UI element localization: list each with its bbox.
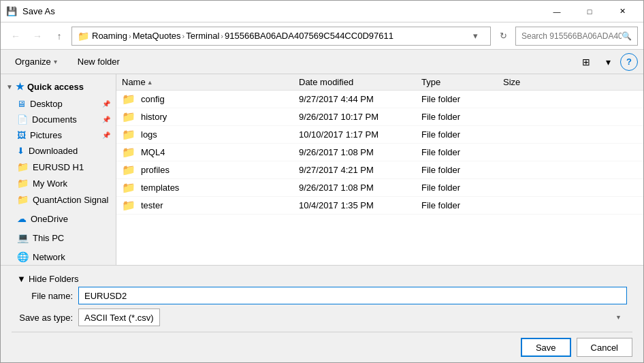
title-bar: 💾 Save As — □ ✕ (1, 1, 643, 22)
table-row[interactable]: 📁 tester 10/4/2017 1:35 PM File folder (116, 197, 643, 215)
col-header-size[interactable]: Size (503, 77, 558, 87)
close-button[interactable]: ✕ (607, 1, 638, 22)
file-name: tester (141, 200, 163, 210)
organize-button[interactable]: Organize ▾ (6, 52, 66, 72)
table-row[interactable]: 📁 MQL4 9/26/2017 1:08 PM File folder (116, 144, 643, 161)
sidebar-item-network[interactable]: 🌐 Network (1, 249, 116, 265)
sidebar-item-network-label: Network (33, 252, 65, 262)
sidebar-item-desktop[interactable]: 🖥 Desktop 📌 (1, 96, 116, 112)
table-row[interactable]: 📁 profiles 9/27/2017 4:21 PM File folder (116, 161, 643, 179)
back-button[interactable]: ← (6, 27, 25, 46)
folder-icon: 📁 (122, 163, 135, 176)
sidebar-item-thispc-label: This PC (33, 233, 64, 243)
sidebar-item-pictures-label: Pictures (30, 130, 62, 140)
maximize-button[interactable]: □ (574, 1, 605, 22)
view-icon: ⊞ (582, 57, 590, 67)
sidebar-item-documents[interactable]: 📄 Documents 📌 (1, 112, 116, 127)
file-list-header: Name ▲ Date modified Type Size (116, 74, 643, 91)
bottom-actions: Save Cancel (12, 332, 632, 357)
view-button[interactable]: ⊞ (577, 52, 596, 72)
path-roaming: Roaming (92, 31, 127, 41)
sidebar-item-quantaction[interactable]: 📁 QuantAction Signal (1, 191, 116, 208)
col-header-type[interactable]: Type (421, 77, 503, 87)
file-name-input[interactable] (78, 287, 627, 304)
path-folder-icon: 📁 (78, 31, 89, 42)
onedrive-icon: ☁ (17, 213, 27, 224)
organize-label: Organize (15, 57, 51, 67)
path-terminal: Terminal (186, 31, 219, 41)
sidebar: ▼ ★ Quick access 🖥 Desktop 📌 📄 Documents… (1, 74, 116, 265)
save-type-label: Save as type: (12, 313, 73, 323)
sidebar-item-documents-label: Documents (32, 114, 77, 125)
desktop-icon: 🖥 (17, 99, 26, 109)
sidebar-item-pictures[interactable]: 🖼 Pictures 📌 (1, 127, 116, 143)
table-row[interactable]: 📁 templates 9/26/2017 1:08 PM File folde… (116, 179, 643, 197)
quick-access-header[interactable]: ▼ ★ Quick access (1, 77, 116, 96)
path-current: 915566BA06ADA407569C544CC0D97611 (225, 31, 393, 41)
save-button[interactable]: Save (521, 338, 571, 357)
new-folder-label: New folder (78, 57, 120, 67)
help-button[interactable]: ? (620, 53, 638, 71)
table-row[interactable]: 📁 logs 10/10/2017 1:17 PM File folder (116, 126, 643, 144)
mywork-folder-icon: 📁 (17, 178, 29, 189)
file-name: config (141, 94, 165, 104)
sort-arrow: ▲ (147, 79, 153, 86)
table-row[interactable]: 📁 config 9/27/2017 4:44 PM File folder (116, 91, 643, 108)
hide-folders-label: Hide Folders (29, 274, 79, 284)
file-type: File folder (421, 183, 503, 193)
path-sep-3: › (221, 32, 223, 40)
file-name: templates (141, 183, 179, 193)
sidebar-item-eurusd-label: EURUSD H1 (33, 162, 84, 172)
file-date: 9/26/2017 1:08 PM (299, 183, 421, 193)
new-folder-button[interactable]: New folder (69, 52, 129, 72)
forward-button[interactable]: → (28, 27, 47, 46)
folder-icon: 📁 (122, 199, 135, 212)
path-sep-2: › (182, 32, 185, 40)
main-content: ▼ ★ Quick access 🖥 Desktop 📌 📄 Documents… (1, 74, 643, 265)
file-name-label: File name: (12, 291, 73, 301)
file-date: 9/26/2017 10:17 PM (299, 112, 421, 122)
sidebar-item-desktop-label: Desktop (30, 99, 63, 109)
address-dropdown-button[interactable]: ▾ (466, 27, 485, 46)
view-dropdown-button[interactable]: ▾ (598, 52, 617, 72)
organize-dropdown-arrow: ▾ (54, 58, 57, 65)
sidebar-item-thispc[interactable]: 💻 This PC (1, 230, 116, 246)
search-box[interactable]: 🔍 (515, 27, 638, 46)
file-list: Name ▲ Date modified Type Size 📁 config … (116, 74, 643, 265)
hide-folders-arrow: ▼ (17, 274, 26, 284)
col-header-name[interactable]: Name ▲ (122, 77, 299, 87)
file-name: logs (141, 129, 157, 140)
file-date: 9/27/2017 4:44 PM (299, 94, 421, 104)
network-icon: 🌐 (17, 251, 29, 262)
up-button[interactable]: ↑ (50, 27, 69, 46)
quick-access-chevron: ▼ (6, 83, 13, 91)
documents-icon: 📄 (17, 114, 28, 125)
file-name: history (141, 112, 167, 122)
file-type: File folder (421, 147, 503, 157)
minimize-button[interactable]: — (541, 1, 573, 22)
folder-icon: 📁 (122, 110, 135, 123)
search-input[interactable] (521, 31, 622, 41)
sidebar-item-mywork[interactable]: 📁 My Work (1, 175, 116, 191)
sidebar-item-eurusd[interactable]: 📁 EURUSD H1 (1, 159, 116, 175)
save-type-select[interactable]: ASCII Text (*.csv) (78, 309, 160, 326)
thispc-icon: 💻 (17, 232, 29, 243)
save-type-row: Save as type: ASCII Text (*.csv) (12, 309, 632, 326)
refresh-button[interactable]: ↻ (494, 27, 513, 46)
path-sep-1: › (129, 32, 131, 40)
col-header-date[interactable]: Date modified (299, 77, 421, 87)
sidebar-item-mywork-label: My Work (33, 178, 67, 189)
table-row[interactable]: 📁 history 9/26/2017 10:17 PM File folder (116, 108, 643, 126)
file-date: 9/27/2017 4:21 PM (299, 165, 421, 175)
cancel-button[interactable]: Cancel (577, 338, 632, 357)
file-type: File folder (421, 200, 503, 210)
hide-folders-row[interactable]: ▼ Hide Folders (12, 271, 632, 287)
window-title: Save As (22, 6, 55, 16)
eurusd-folder-icon: 📁 (17, 161, 29, 172)
quantaction-folder-icon: 📁 (17, 194, 29, 205)
address-path[interactable]: 📁 Roaming › MetaQuotes › Terminal › 9155… (71, 27, 491, 46)
pictures-icon: 🖼 (17, 130, 26, 140)
sidebar-item-onedrive[interactable]: ☁ OneDrive (1, 210, 116, 227)
window-icon: 💾 (6, 6, 17, 17)
sidebar-item-downloaded[interactable]: ⬇ Downloaded (1, 143, 116, 159)
